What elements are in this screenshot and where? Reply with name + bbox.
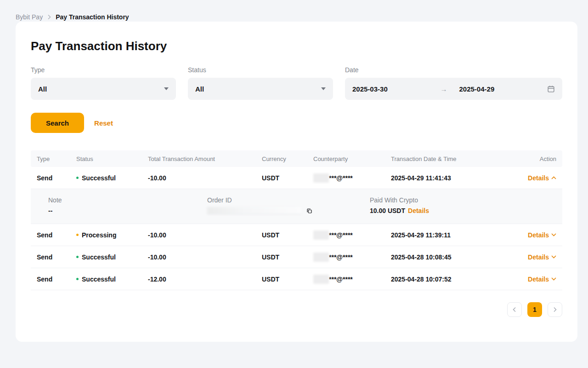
order-id-label: Order ID	[207, 196, 370, 204]
table-row: Send Successful -12.00 USDT ***@**** 202…	[31, 268, 562, 290]
cell-amount: -10.00	[148, 174, 262, 182]
status-dot-icon	[76, 177, 79, 179]
type-filter: Type All	[31, 66, 176, 100]
column-header-status: Status	[76, 155, 148, 162]
search-button[interactable]: Search	[31, 113, 84, 133]
cell-datetime: 2025-04-29 11:41:43	[391, 174, 515, 182]
date-start-value[interactable]: 2025-03-30	[352, 85, 441, 93]
breadcrumb-current: Pay Transaction History	[56, 13, 129, 21]
cell-status-text: Processing	[82, 231, 116, 239]
prev-page-button[interactable]	[507, 302, 522, 317]
note-label: Note	[48, 196, 207, 204]
column-header-type: Type	[37, 155, 76, 162]
redacted-counterparty-box	[313, 253, 329, 262]
cell-currency: USDT	[262, 174, 313, 182]
column-header-datetime: Transaction Date & Time	[391, 155, 515, 162]
type-select-value: All	[38, 85, 47, 93]
detail-paid-with-crypto: Paid With Crypto 10.00 USDT Details	[370, 196, 556, 214]
details-link-label: Details	[528, 276, 549, 283]
detail-note: Note --	[48, 196, 207, 214]
type-select[interactable]: All	[31, 78, 176, 100]
cell-type: Send	[37, 253, 76, 261]
paid-with-crypto-label: Paid With Crypto	[370, 196, 556, 204]
status-select[interactable]: All	[188, 78, 333, 100]
cell-currency: USDT	[262, 253, 313, 261]
column-header-counterparty: Counterparty	[313, 155, 391, 162]
chevron-down-icon	[164, 87, 169, 90]
status-filter: Status All	[188, 66, 333, 100]
cell-currency: USDT	[262, 276, 313, 283]
details-toggle-link[interactable]: Details	[528, 174, 556, 182]
cell-datetime: 2025-04-28 10:07:52	[391, 276, 515, 283]
cell-counterparty-text: ***@****	[329, 253, 353, 261]
status-dot-icon	[76, 278, 79, 280]
chevron-down-icon	[551, 277, 556, 281]
cell-amount: -10.00	[148, 253, 262, 261]
cell-currency: USDT	[262, 231, 313, 239]
details-toggle-link[interactable]: Details	[528, 253, 556, 261]
date-filter: Date 2025-03-30 → 2025-04-29	[345, 66, 562, 100]
redacted-counterparty-box	[313, 173, 329, 183]
date-filter-label: Date	[345, 66, 562, 74]
details-link-label: Details	[528, 174, 549, 182]
cell-status: Processing	[76, 231, 148, 239]
date-range-picker[interactable]: 2025-03-30 → 2025-04-29	[345, 78, 562, 100]
status-filter-label: Status	[188, 66, 333, 74]
detail-order-id: Order ID	[207, 196, 370, 214]
reset-button[interactable]: Reset	[92, 119, 115, 127]
status-select-value: All	[195, 85, 204, 93]
cell-counterparty-text: ***@****	[329, 174, 353, 182]
chevron-down-icon	[551, 255, 556, 259]
page-1-button[interactable]: 1	[527, 302, 542, 317]
cell-status-text: Successful	[82, 253, 116, 261]
type-filter-label: Type	[31, 66, 176, 74]
table-row: Send Processing -10.00 USDT ***@**** 202…	[31, 224, 562, 246]
cell-status: Successful	[76, 276, 148, 283]
calendar-icon[interactable]	[547, 85, 555, 93]
cell-status-text: Successful	[82, 174, 116, 182]
details-toggle-link[interactable]: Details	[528, 231, 556, 239]
cell-type: Send	[37, 231, 76, 239]
cell-type: Send	[37, 276, 76, 283]
chevron-up-icon	[551, 176, 556, 179]
breadcrumb-parent-link[interactable]: Bybit Pay	[16, 13, 43, 21]
table-header-row: Type Status Total Transaction Amount Cur…	[31, 150, 562, 167]
cell-datetime: 2025-04-28 10:08:45	[391, 253, 515, 261]
table-row: Send Successful -10.00 USDT ***@**** 202…	[31, 246, 562, 268]
details-link-label: Details	[528, 253, 549, 261]
cell-counterparty-text: ***@****	[329, 276, 353, 283]
redacted-counterparty-box	[313, 275, 329, 284]
status-dot-icon	[76, 256, 79, 258]
cell-counterparty: ***@****	[313, 230, 391, 240]
cell-type: Send	[37, 174, 76, 182]
paid-with-crypto-details-link[interactable]: Details	[408, 207, 429, 214]
chevron-down-icon	[321, 87, 326, 90]
cell-counterparty: ***@****	[313, 253, 391, 262]
cell-status: Successful	[76, 253, 148, 261]
date-end-value[interactable]: 2025-04-29	[459, 85, 548, 93]
filter-actions: Search Reset	[31, 113, 562, 133]
chevron-down-icon	[551, 233, 556, 236]
details-toggle-link[interactable]: Details	[528, 276, 556, 283]
filter-bar: Type All Status All Date 2025-03-30 → 20…	[31, 66, 562, 100]
cell-status: Successful	[76, 174, 148, 182]
cell-amount: -12.00	[148, 276, 262, 283]
cell-status-text: Successful	[82, 276, 116, 283]
table-body: Send Successful -10.00 USDT ***@**** 202…	[31, 167, 562, 290]
page-title: Pay Transaction History	[31, 39, 562, 53]
cell-counterparty: ***@****	[313, 173, 391, 183]
paid-with-crypto-value: 10.00 USDT	[370, 207, 405, 214]
status-dot-icon	[76, 234, 79, 236]
redacted-counterparty-box	[313, 230, 329, 240]
details-link-label: Details	[528, 231, 549, 239]
next-page-button[interactable]	[548, 302, 562, 317]
chevron-right-icon	[47, 14, 51, 20]
cell-counterparty-text: ***@****	[329, 231, 353, 239]
copy-icon[interactable]	[306, 207, 313, 214]
cell-counterparty: ***@****	[313, 275, 391, 284]
pagination: 1	[31, 302, 562, 317]
redacted-order-id-box	[207, 207, 301, 214]
column-header-currency: Currency	[262, 155, 313, 162]
cell-amount: -10.00	[148, 231, 262, 239]
breadcrumb: Bybit Pay Pay Transaction History	[0, 0, 588, 22]
